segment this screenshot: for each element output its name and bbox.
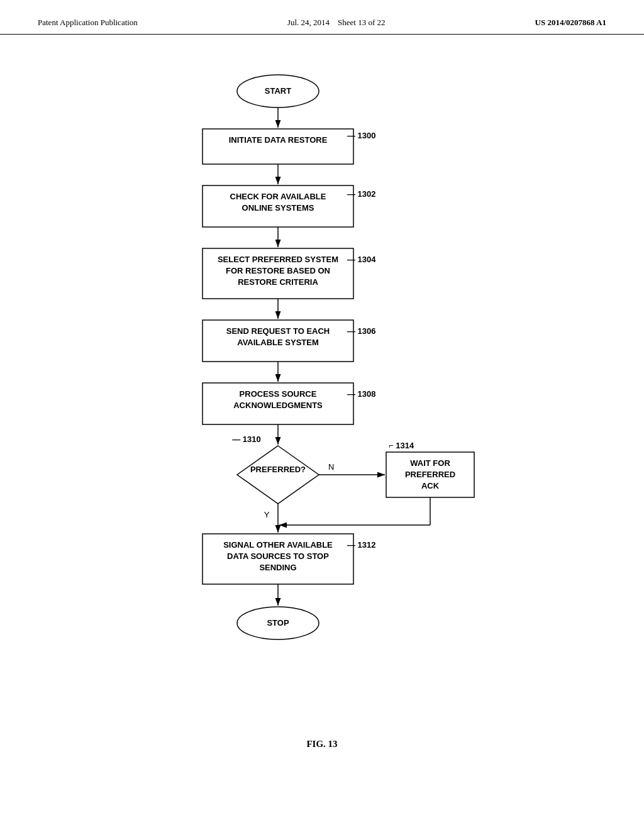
node-1314-text-3: ACK [421, 481, 440, 490]
header-publication-type: Patent Application Publication [38, 18, 138, 28]
header-date-sheet: Jul. 24, 2014 Sheet 13 of 22 [287, 18, 386, 28]
node-1302-text-2: ONLINE SYSTEMS [242, 203, 314, 213]
node-1300-text: INITIATE DATA RESTORE [229, 135, 328, 145]
node-1306-text-2: AVAILABLE SYSTEM [237, 338, 319, 347]
node-1308-text-2: ACKNOWLEDGMENTS [233, 401, 323, 410]
node-1304-text-2: FOR RESTORE BASED ON [226, 266, 330, 275]
label-y: Y [264, 510, 270, 519]
label-n: N [328, 462, 334, 472]
label-1306: — 1306 [347, 326, 376, 336]
diagram-area: START INITIATE DATA RESTORE — 1300 CHECK… [0, 35, 644, 750]
node-1308-text-1: PROCESS SOURCE [240, 389, 317, 399]
header-sheet: Sheet 13 of 22 [338, 18, 385, 27]
node-1312-text-2: DATA SOURCES TO STOP [227, 551, 329, 561]
label-1302: — 1302 [347, 189, 376, 199]
label-1304: — 1304 [347, 255, 376, 264]
svg-rect-3 [203, 129, 353, 164]
label-1314: ⌐ 1314 [389, 441, 414, 450]
node-1302-text-1: CHECK FOR AVAILABLE [230, 192, 326, 201]
node-1314-text-1: WAIT FOR [410, 458, 450, 468]
node-1310-text: PREFERRED? [250, 465, 306, 474]
svg-marker-13 [237, 446, 319, 504]
label-1310: — 1310 [232, 434, 261, 444]
node-1304-text-1: SELECT PREFERRED SYSTEM [218, 255, 338, 264]
node-1304-text-3: RESTORE CRITERIA [238, 277, 318, 287]
header-patent-number: US 2014/0207868 A1 [535, 18, 606, 28]
header-date: Jul. 24, 2014 [287, 18, 330, 27]
label-1308: — 1308 [347, 389, 376, 399]
node-1312-text-3: SENDING [259, 563, 296, 572]
flowchart: START INITIATE DATA RESTORE — 1300 CHECK… [102, 60, 542, 729]
node-1314-text-2: PREFERRED [405, 470, 455, 479]
node-1306-text-1: SEND REQUEST TO EACH [226, 326, 330, 336]
label-1300: — 1300 [347, 131, 376, 140]
label-1312: — 1312 [347, 540, 376, 550]
stop-label: STOP [267, 618, 289, 628]
figure-caption: FIG. 13 [306, 739, 337, 750]
start-label: START [265, 86, 291, 96]
node-1312-text-1: SIGNAL OTHER AVAILABLE [223, 540, 333, 550]
page-header: Patent Application Publication Jul. 24, … [0, 0, 644, 35]
